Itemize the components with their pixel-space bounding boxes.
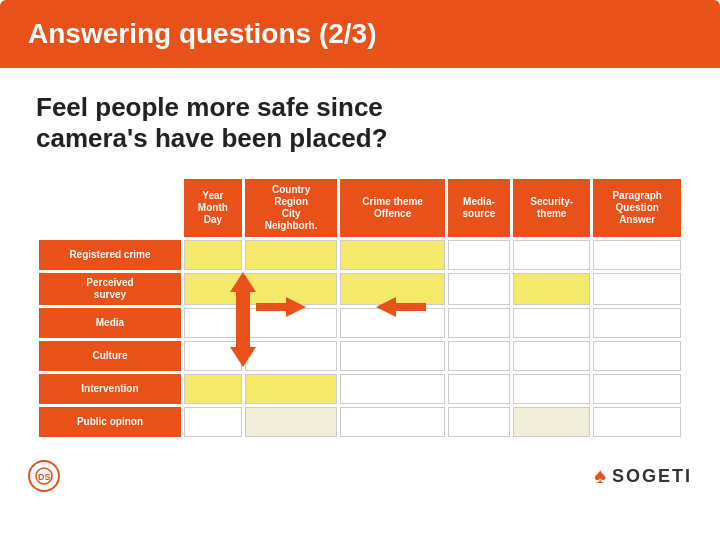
row-label: Media bbox=[39, 308, 181, 338]
table-cell bbox=[245, 273, 338, 305]
table-cell bbox=[184, 407, 242, 437]
table-cell bbox=[340, 308, 444, 338]
table-cell bbox=[513, 407, 590, 437]
table-row: Media bbox=[39, 308, 681, 338]
col-header-year: YearMonthDay bbox=[184, 179, 242, 237]
table-cell bbox=[593, 308, 681, 338]
table-cell bbox=[184, 240, 242, 270]
table-cell bbox=[184, 341, 242, 371]
table-cell bbox=[184, 308, 242, 338]
table-cell bbox=[593, 341, 681, 371]
sogeti-logo: ♠ SOGETI bbox=[594, 463, 692, 489]
row-label: Perceivedsurvey bbox=[39, 273, 181, 305]
table-cell bbox=[184, 273, 242, 305]
header: Answering questions (2/3) bbox=[0, 0, 720, 68]
row-label: Intervention bbox=[39, 374, 181, 404]
table-cell bbox=[513, 273, 590, 305]
col-header-media: Media-source bbox=[448, 179, 510, 237]
main-content: Feel people more safe since camera's hav… bbox=[0, 68, 720, 450]
data-table: YearMonthDay CountryRegionCityNeighborh.… bbox=[36, 176, 684, 440]
table-row: Culture bbox=[39, 341, 681, 371]
table-cell bbox=[340, 240, 444, 270]
table-cell bbox=[448, 374, 510, 404]
table-cell bbox=[593, 407, 681, 437]
table-cell bbox=[245, 341, 338, 371]
footer: DS ♠ SOGETI bbox=[0, 454, 720, 498]
table-row: Intervention bbox=[39, 374, 681, 404]
table-cell bbox=[245, 308, 338, 338]
table-cell bbox=[513, 341, 590, 371]
table-cell bbox=[245, 240, 338, 270]
table-cell bbox=[184, 374, 242, 404]
logo-left: DS bbox=[28, 460, 64, 492]
table-cell bbox=[340, 374, 444, 404]
table-cell bbox=[448, 240, 510, 270]
row-label: Public opinon bbox=[39, 407, 181, 437]
page-title: Answering questions (2/3) bbox=[28, 18, 692, 50]
table-cell bbox=[245, 407, 338, 437]
table-cell bbox=[448, 308, 510, 338]
subtitle: Feel people more safe since camera's hav… bbox=[36, 92, 684, 154]
sogeti-label: SOGETI bbox=[612, 466, 692, 487]
table-cell bbox=[513, 240, 590, 270]
table-cell bbox=[513, 308, 590, 338]
table-cell bbox=[593, 374, 681, 404]
table-cell bbox=[340, 273, 444, 305]
table-cell bbox=[245, 374, 338, 404]
row-label: Registered crime bbox=[39, 240, 181, 270]
table-row: Perceivedsurvey bbox=[39, 273, 681, 305]
table-row: Public opinon bbox=[39, 407, 681, 437]
empty-header bbox=[39, 179, 181, 237]
table-cell bbox=[448, 407, 510, 437]
col-header-crime: Crime themeOffence bbox=[340, 179, 444, 237]
svg-text:DS: DS bbox=[38, 472, 51, 482]
table-cell bbox=[593, 273, 681, 305]
table-cell bbox=[513, 374, 590, 404]
col-header-country: CountryRegionCityNeighborh. bbox=[245, 179, 338, 237]
ds-icon: DS bbox=[34, 466, 54, 486]
row-label: Culture bbox=[39, 341, 181, 371]
table-container: YearMonthDay CountryRegionCityNeighborh.… bbox=[36, 176, 684, 440]
table-cell bbox=[340, 407, 444, 437]
col-header-security: Security-theme bbox=[513, 179, 590, 237]
table-cell bbox=[340, 341, 444, 371]
table-cell bbox=[448, 273, 510, 305]
sogeti-spade-icon: ♠ bbox=[594, 463, 606, 489]
table-row: Registered crime bbox=[39, 240, 681, 270]
logo-circle: DS bbox=[28, 460, 60, 492]
table-cell bbox=[448, 341, 510, 371]
col-header-paragraph: ParagraphQuestionAnswer bbox=[593, 179, 681, 237]
table-cell bbox=[593, 240, 681, 270]
